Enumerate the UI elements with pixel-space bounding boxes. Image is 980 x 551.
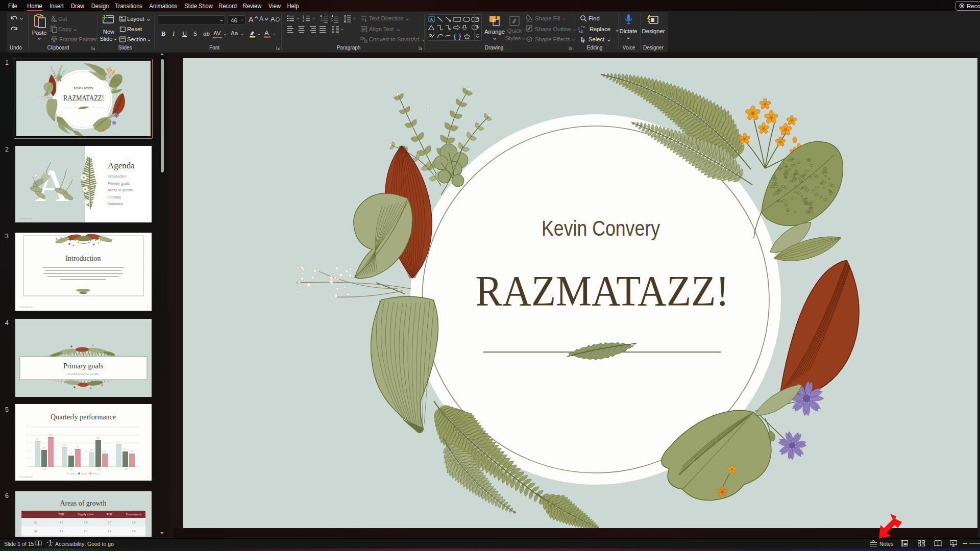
svg-text:5.8: 5.8 [49, 434, 52, 436]
svg-text:RAZMATAZZ!: RAZMATAZZ! [476, 267, 729, 315]
svg-text:5.0: 5.0 [36, 438, 38, 440]
svg-text:4.5: 4.5 [117, 441, 119, 443]
svg-text:1.7: 1.7 [107, 521, 111, 524]
svg-text:2.6: 2.6 [103, 450, 106, 453]
svg-text:Q1: Q1 [34, 521, 37, 524]
svg-text:E-commerce: E-commerce [126, 513, 141, 516]
svg-text:5: 5 [27, 426, 28, 428]
svg-text:Annual revenue growth: Annual revenue growth [67, 372, 99, 375]
svg-text:3.8: 3.8 [63, 444, 65, 446]
svg-text:3: 3 [27, 442, 28, 444]
svg-text:ROI: ROI [106, 513, 111, 516]
svg-text:Agenda: Agenda [108, 161, 135, 170]
svg-text:2.6: 2.6 [130, 450, 133, 453]
svg-text:5.2: 5.2 [96, 437, 99, 439]
svg-text:4.4: 4.4 [107, 530, 111, 533]
svg-text:Quarterly performance: Quarterly performance [51, 413, 116, 421]
svg-text:Areas of growth: Areas of growth [60, 499, 106, 507]
svg-text:Primary goals: Primary goals [63, 362, 103, 370]
svg-text:Summary: Summary [108, 202, 123, 206]
svg-text:{: { [454, 33, 456, 40]
svg-text:3.5: 3.5 [76, 446, 79, 448]
svg-text:Series 1: Series 1 [70, 472, 78, 475]
svg-text:Series 2: Series 2 [81, 472, 89, 475]
svg-text:2.2: 2.2 [69, 453, 72, 455]
svg-text:5.1: 5.1 [84, 530, 87, 533]
svg-text:Q2: Q2 [34, 530, 37, 533]
svg-text:Series 3: Series 3 [92, 472, 100, 475]
svg-text:3: 3 [303, 20, 304, 22]
svg-text:3.3: 3.3 [42, 447, 45, 449]
svg-text:Q1: Q1 [43, 468, 46, 470]
svg-text:3.0: 3.0 [132, 530, 135, 533]
svg-text:Q3: Q3 [97, 468, 100, 470]
svg-text:Kevin Convery: Kevin Convery [542, 216, 660, 240]
svg-text:Presentation title: Presentation title [19, 218, 33, 220]
svg-text:3.0: 3.0 [124, 448, 126, 450]
svg-text:B2B: B2B [58, 513, 64, 516]
svg-text:Areas of growth: Areas of growth [108, 188, 133, 192]
svg-text:Introduction: Introduction [108, 174, 127, 178]
svg-text:Q2: Q2 [70, 468, 73, 470]
svg-text:5.0: 5.0 [132, 521, 135, 524]
svg-text:}: } [459, 33, 461, 40]
svg-text:1: 1 [27, 458, 28, 460]
svg-text:0: 0 [27, 466, 28, 468]
svg-text:Introduction: Introduction [65, 255, 101, 262]
svg-text:2.4: 2.4 [84, 521, 87, 524]
svg-text:4.3: 4.3 [59, 521, 63, 524]
svg-text:4: 4 [27, 434, 28, 436]
svg-text:Primary goals: Primary goals [108, 182, 130, 186]
svg-text:Presentation title: Presentation title [19, 476, 33, 478]
svg-text:c: c [578, 26, 580, 31]
svg-text:Presentation title: Presentation title [19, 306, 33, 308]
svg-text:Q4: Q4 [124, 468, 127, 470]
svg-text:2.8: 2.8 [90, 449, 92, 452]
svg-text:Supply chain: Supply chain [78, 513, 94, 516]
svg-text:Timeline: Timeline [108, 195, 121, 199]
svg-text:2: 2 [27, 450, 28, 452]
svg-text:3.2: 3.2 [59, 530, 63, 533]
svg-text:A: A [430, 17, 433, 22]
